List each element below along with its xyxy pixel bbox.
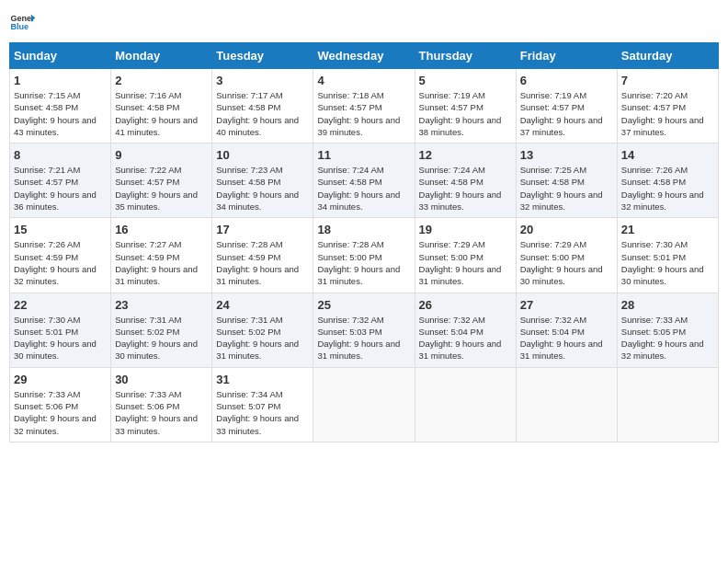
day-detail: Sunrise: 7:17 AMSunset: 4:58 PMDaylight:… (216, 90, 299, 137)
calendar-cell: 28Sunrise: 7:33 AMSunset: 5:05 PMDayligh… (617, 293, 718, 367)
day-detail: Sunrise: 7:19 AMSunset: 4:57 PMDaylight:… (419, 90, 502, 137)
day-number: 14 (621, 148, 714, 162)
calendar-table: SundayMondayTuesdayWednesdayThursdayFrid… (9, 42, 719, 442)
day-number: 22 (14, 298, 107, 312)
day-detail: Sunrise: 7:28 AMSunset: 5:00 PMDaylight:… (317, 239, 400, 286)
day-number: 1 (14, 74, 107, 87)
calendar-cell: 24Sunrise: 7:31 AMSunset: 5:02 PMDayligh… (212, 293, 313, 367)
calendar-header-row: SundayMondayTuesdayWednesdayThursdayFrid… (10, 43, 719, 69)
calendar-week-row: 29Sunrise: 7:33 AMSunset: 5:06 PMDayligh… (10, 367, 719, 442)
calendar-week-row: 22Sunrise: 7:30 AMSunset: 5:01 PMDayligh… (10, 293, 719, 367)
calendar-week-row: 15Sunrise: 7:26 AMSunset: 4:59 PMDayligh… (10, 218, 719, 293)
day-detail: Sunrise: 7:24 AMSunset: 4:58 PMDaylight:… (317, 165, 400, 212)
day-detail: Sunrise: 7:33 AMSunset: 5:05 PMDaylight:… (621, 315, 704, 362)
calendar-cell: 7Sunrise: 7:20 AMSunset: 4:57 PMDaylight… (617, 69, 718, 144)
header-saturday: Saturday (617, 43, 718, 69)
calendar-cell: 31Sunrise: 7:34 AMSunset: 5:07 PMDayligh… (212, 367, 313, 442)
calendar-cell: 14Sunrise: 7:26 AMSunset: 4:58 PMDayligh… (617, 144, 718, 218)
day-number: 7 (621, 74, 714, 87)
day-number: 31 (216, 373, 309, 386)
calendar-cell: 13Sunrise: 7:25 AMSunset: 4:58 PMDayligh… (516, 144, 617, 218)
day-detail: Sunrise: 7:28 AMSunset: 4:59 PMDaylight:… (216, 239, 299, 286)
day-number: 15 (14, 223, 107, 236)
day-detail: Sunrise: 7:16 AMSunset: 4:58 PMDaylight:… (115, 90, 198, 137)
day-number: 23 (115, 298, 208, 312)
day-detail: Sunrise: 7:31 AMSunset: 5:02 PMDaylight:… (216, 315, 299, 362)
day-number: 24 (216, 298, 309, 312)
day-detail: Sunrise: 7:29 AMSunset: 5:00 PMDaylight:… (419, 239, 502, 286)
day-detail: Sunrise: 7:18 AMSunset: 4:57 PMDaylight:… (317, 90, 400, 137)
calendar-cell: 25Sunrise: 7:32 AMSunset: 5:03 PMDayligh… (313, 293, 415, 367)
calendar-cell: 21Sunrise: 7:30 AMSunset: 5:01 PMDayligh… (617, 218, 718, 293)
calendar-cell: 16Sunrise: 7:27 AMSunset: 4:59 PMDayligh… (111, 218, 212, 293)
page-header: General Blue (9, 9, 719, 35)
day-number: 8 (14, 148, 107, 162)
day-number: 28 (621, 298, 714, 312)
day-detail: Sunrise: 7:32 AMSunset: 5:03 PMDaylight:… (317, 315, 400, 362)
calendar-cell: 5Sunrise: 7:19 AMSunset: 4:57 PMDaylight… (415, 69, 516, 144)
day-detail: Sunrise: 7:26 AMSunset: 4:59 PMDaylight:… (14, 239, 97, 286)
logo: General Blue (9, 9, 35, 35)
calendar-week-row: 8Sunrise: 7:21 AMSunset: 4:57 PMDaylight… (10, 144, 719, 218)
day-number: 30 (115, 373, 208, 386)
day-number: 16 (115, 223, 208, 236)
day-number: 17 (216, 223, 309, 236)
calendar-cell: 9Sunrise: 7:22 AMSunset: 4:57 PMDaylight… (111, 144, 212, 218)
day-detail: Sunrise: 7:25 AMSunset: 4:58 PMDaylight:… (520, 165, 603, 212)
calendar-cell (415, 367, 516, 442)
day-number: 12 (419, 148, 512, 162)
header-wednesday: Wednesday (313, 43, 415, 69)
calendar-cell: 18Sunrise: 7:28 AMSunset: 5:00 PMDayligh… (313, 218, 415, 293)
calendar-cell: 1Sunrise: 7:15 AMSunset: 4:58 PMDaylight… (10, 69, 111, 144)
day-number: 20 (520, 223, 613, 236)
calendar-cell: 29Sunrise: 7:33 AMSunset: 5:06 PMDayligh… (10, 367, 111, 442)
day-detail: Sunrise: 7:21 AMSunset: 4:57 PMDaylight:… (14, 165, 97, 212)
header-tuesday: Tuesday (212, 43, 313, 69)
day-number: 2 (115, 74, 208, 87)
day-detail: Sunrise: 7:24 AMSunset: 4:58 PMDaylight:… (419, 165, 502, 212)
day-number: 27 (520, 298, 613, 312)
header-thursday: Thursday (415, 43, 516, 69)
day-detail: Sunrise: 7:30 AMSunset: 5:01 PMDaylight:… (14, 315, 97, 362)
calendar-cell: 26Sunrise: 7:32 AMSunset: 5:04 PMDayligh… (415, 293, 516, 367)
calendar-cell: 22Sunrise: 7:30 AMSunset: 5:01 PMDayligh… (10, 293, 111, 367)
day-detail: Sunrise: 7:33 AMSunset: 5:06 PMDaylight:… (115, 389, 198, 436)
svg-text:Blue: Blue (10, 22, 28, 31)
day-detail: Sunrise: 7:32 AMSunset: 5:04 PMDaylight:… (520, 315, 603, 362)
calendar-cell: 10Sunrise: 7:23 AMSunset: 4:58 PMDayligh… (212, 144, 313, 218)
day-detail: Sunrise: 7:15 AMSunset: 4:58 PMDaylight:… (14, 90, 97, 137)
calendar-cell: 6Sunrise: 7:19 AMSunset: 4:57 PMDaylight… (516, 69, 617, 144)
day-detail: Sunrise: 7:31 AMSunset: 5:02 PMDaylight:… (115, 315, 198, 362)
day-detail: Sunrise: 7:22 AMSunset: 4:57 PMDaylight:… (115, 165, 198, 212)
calendar-cell (516, 367, 617, 442)
day-number: 10 (216, 148, 309, 162)
day-detail: Sunrise: 7:33 AMSunset: 5:06 PMDaylight:… (14, 389, 97, 436)
calendar-cell (617, 367, 718, 442)
calendar-cell: 30Sunrise: 7:33 AMSunset: 5:06 PMDayligh… (111, 367, 212, 442)
day-number: 29 (14, 373, 107, 386)
day-number: 13 (520, 148, 613, 162)
day-detail: Sunrise: 7:20 AMSunset: 4:57 PMDaylight:… (621, 90, 704, 137)
day-detail: Sunrise: 7:30 AMSunset: 5:01 PMDaylight:… (621, 239, 704, 286)
calendar-cell: 23Sunrise: 7:31 AMSunset: 5:02 PMDayligh… (111, 293, 212, 367)
day-number: 5 (419, 74, 512, 87)
header-friday: Friday (516, 43, 617, 69)
day-detail: Sunrise: 7:23 AMSunset: 4:58 PMDaylight:… (216, 165, 299, 212)
calendar-cell (313, 367, 415, 442)
day-detail: Sunrise: 7:29 AMSunset: 5:00 PMDaylight:… (520, 239, 603, 286)
day-number: 19 (419, 223, 512, 236)
calendar-cell: 11Sunrise: 7:24 AMSunset: 4:58 PMDayligh… (313, 144, 415, 218)
day-number: 25 (317, 298, 410, 312)
calendar-cell: 20Sunrise: 7:29 AMSunset: 5:00 PMDayligh… (516, 218, 617, 293)
calendar-cell: 19Sunrise: 7:29 AMSunset: 5:00 PMDayligh… (415, 218, 516, 293)
day-number: 18 (317, 223, 410, 236)
day-number: 26 (419, 298, 512, 312)
day-detail: Sunrise: 7:32 AMSunset: 5:04 PMDaylight:… (419, 315, 502, 362)
day-detail: Sunrise: 7:26 AMSunset: 4:58 PMDaylight:… (621, 165, 704, 212)
day-detail: Sunrise: 7:19 AMSunset: 4:57 PMDaylight:… (520, 90, 603, 137)
calendar-cell: 3Sunrise: 7:17 AMSunset: 4:58 PMDaylight… (212, 69, 313, 144)
calendar-cell: 2Sunrise: 7:16 AMSunset: 4:58 PMDaylight… (111, 69, 212, 144)
calendar-week-row: 1Sunrise: 7:15 AMSunset: 4:58 PMDaylight… (10, 69, 719, 144)
header-monday: Monday (111, 43, 212, 69)
calendar-cell: 17Sunrise: 7:28 AMSunset: 4:59 PMDayligh… (212, 218, 313, 293)
